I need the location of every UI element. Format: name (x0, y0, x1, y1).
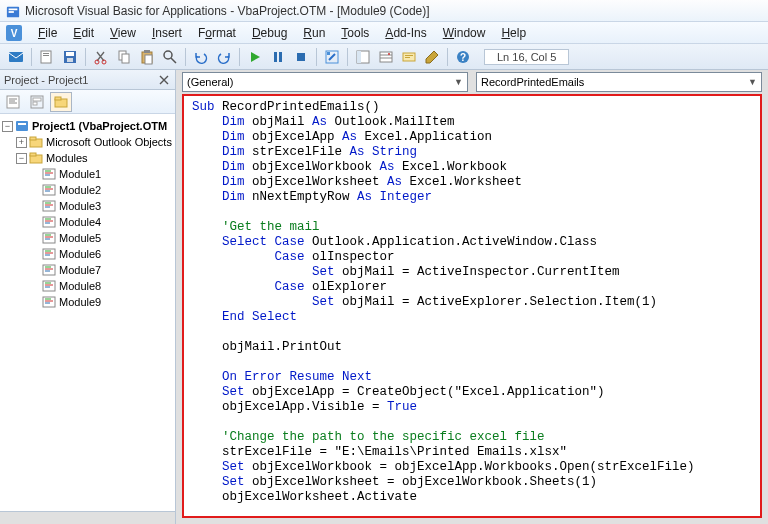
tree-module-label: Module3 (59, 200, 101, 212)
reset-icon[interactable] (291, 47, 311, 67)
menu-addins[interactable]: Add-Ins (377, 24, 434, 42)
toolbox-icon[interactable] (422, 47, 442, 67)
tree-root[interactable]: − Project1 (VbaProject.OTM (2, 118, 173, 134)
panel-gap (0, 511, 175, 524)
redo-icon[interactable] (214, 47, 234, 67)
svg-rect-44 (33, 102, 37, 105)
svg-rect-2 (9, 11, 14, 13)
folder-icon (29, 136, 43, 148)
svg-point-32 (388, 53, 390, 55)
svg-rect-18 (145, 55, 152, 64)
module-icon (42, 168, 56, 180)
svg-rect-22 (274, 52, 277, 62)
project-icon (15, 120, 29, 132)
svg-rect-7 (43, 53, 49, 54)
toggle-folders-icon[interactable] (50, 92, 72, 112)
undo-icon[interactable] (191, 47, 211, 67)
project-tree[interactable]: − Project1 (VbaProject.OTM + Microsoft O… (0, 114, 175, 511)
menu-bar: V File Edit View Insert Format Debug Run… (0, 22, 768, 44)
tree-folder-label: Microsoft Outlook Objects (46, 136, 172, 148)
svg-marker-21 (251, 52, 260, 62)
menu-run[interactable]: Run (295, 24, 333, 42)
view-object-icon[interactable] (26, 92, 48, 112)
menu-edit[interactable]: Edit (65, 24, 102, 42)
cursor-position: Ln 16, Col 5 (484, 49, 569, 65)
tree-module-label: Module8 (59, 280, 101, 292)
find-icon[interactable] (160, 47, 180, 67)
procedure-dropdown[interactable]: RecordPrintedEmails ▼ (476, 72, 762, 92)
tree-module[interactable]: Module2 (2, 182, 173, 198)
menu-file[interactable]: File (30, 24, 65, 42)
insert-module-icon[interactable] (37, 47, 57, 67)
svg-rect-17 (144, 50, 150, 53)
tree-folder-modules[interactable]: − Modules (2, 150, 173, 166)
tree-folder-outlook[interactable]: + Microsoft Outlook Objects (2, 134, 173, 150)
view-outlook-icon[interactable] (6, 47, 26, 67)
copy-icon[interactable] (114, 47, 134, 67)
tree-module-label: Module5 (59, 232, 101, 244)
code-text[interactable]: Sub RecordPrintedEmails() Dim objMail As… (184, 96, 760, 509)
tree-module[interactable]: Module5 (2, 230, 173, 246)
object-dropdown[interactable]: (General) ▼ (182, 72, 468, 92)
module-icon (42, 296, 56, 308)
svg-text:?: ? (460, 52, 466, 63)
design-mode-icon[interactable] (322, 47, 342, 67)
module-icon (42, 184, 56, 196)
project-explorer-title: Project - Project1 (4, 74, 88, 86)
tree-module[interactable]: Module8 (2, 278, 173, 294)
svg-rect-38 (7, 96, 19, 108)
cut-icon[interactable] (91, 47, 111, 67)
app-icon (6, 4, 20, 18)
run-icon[interactable] (245, 47, 265, 67)
menu-tools[interactable]: Tools (333, 24, 377, 42)
save-icon[interactable] (60, 47, 80, 67)
svg-rect-1 (9, 8, 18, 10)
module-icon (42, 200, 56, 212)
menu-format[interactable]: Format (190, 24, 244, 42)
svg-rect-26 (327, 52, 330, 55)
tree-module-label: Module2 (59, 184, 101, 196)
tree-module[interactable]: Module1 (2, 166, 173, 182)
tree-module[interactable]: Module4 (2, 214, 173, 230)
menu-insert[interactable]: Insert (144, 24, 190, 42)
project-explorer-icon[interactable] (353, 47, 373, 67)
chevron-down-icon: ▼ (748, 77, 757, 87)
tree-module-label: Module9 (59, 296, 101, 308)
svg-rect-24 (297, 53, 305, 61)
collapse-icon[interactable]: − (2, 121, 13, 132)
expand-icon[interactable]: + (16, 137, 27, 148)
chevron-down-icon: ▼ (454, 77, 463, 87)
collapse-icon[interactable]: − (16, 153, 27, 164)
tree-module[interactable]: Module9 (2, 294, 173, 310)
menu-debug[interactable]: Debug (244, 24, 295, 42)
menu-help[interactable]: Help (493, 24, 534, 42)
separator (347, 48, 348, 66)
title-text: Microsoft Visual Basic for Applications … (25, 0, 430, 22)
tree-module-label: Module6 (59, 248, 101, 260)
tree-module[interactable]: Module6 (2, 246, 173, 262)
close-icon[interactable] (157, 73, 171, 87)
separator (185, 48, 186, 66)
object-browser-icon[interactable] (399, 47, 419, 67)
break-icon[interactable] (268, 47, 288, 67)
properties-icon[interactable] (376, 47, 396, 67)
svg-text:V: V (11, 28, 18, 39)
menu-view[interactable]: View (102, 24, 144, 42)
title-bar: Microsoft Visual Basic for Applications … (0, 0, 768, 22)
tree-module-label: Module7 (59, 264, 101, 276)
tree-module[interactable]: Module3 (2, 198, 173, 214)
toolbar: ? Ln 16, Col 5 (0, 44, 768, 70)
code-editor[interactable]: Sub RecordPrintedEmails() Dim objMail As… (182, 94, 762, 518)
svg-line-20 (171, 58, 176, 63)
svg-rect-28 (357, 51, 361, 63)
tree-module[interactable]: Module7 (2, 262, 173, 278)
separator (85, 48, 86, 66)
help-icon[interactable]: ? (453, 47, 473, 67)
svg-rect-15 (122, 54, 129, 63)
svg-rect-5 (9, 52, 23, 62)
paste-icon[interactable] (137, 47, 157, 67)
view-code-icon[interactable] (2, 92, 24, 112)
svg-rect-43 (33, 98, 41, 101)
menu-window[interactable]: Window (435, 24, 494, 42)
object-dropdown-value: (General) (187, 76, 233, 88)
